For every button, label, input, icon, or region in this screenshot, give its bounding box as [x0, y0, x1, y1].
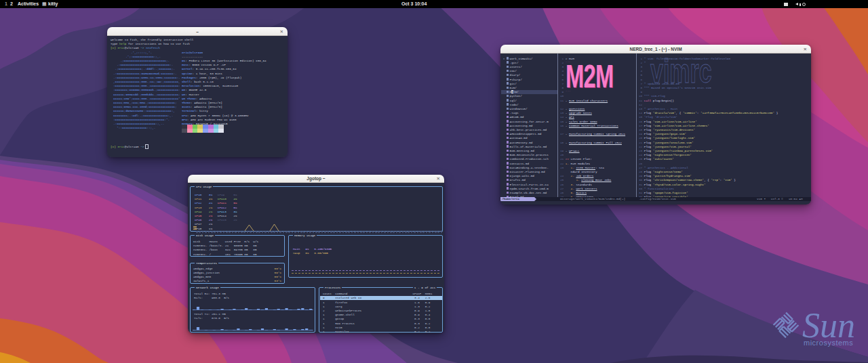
svg-text:microsystems: microsystems: [804, 339, 853, 347]
